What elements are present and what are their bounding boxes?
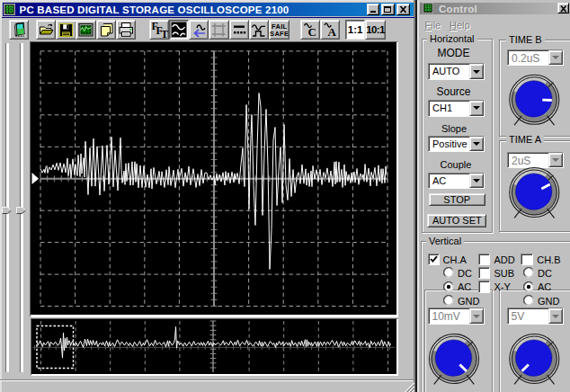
svg-text:C: C [307,25,316,38]
svg-text:A: A [327,25,336,38]
